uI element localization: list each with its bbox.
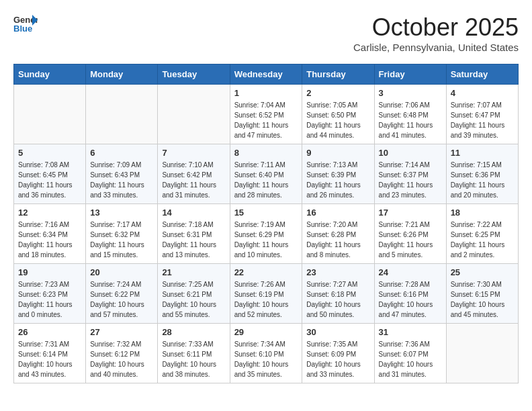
day-number: 31 [379,327,442,337]
calendar-week-5: 26Sunrise: 7:31 AM Sunset: 6:14 PM Dayli… [14,324,519,383]
day-info: Sunrise: 7:19 AM Sunset: 6:29 PM Dayligh… [234,220,298,260]
calendar-cell [158,85,230,144]
day-info: Sunrise: 7:20 AM Sunset: 6:28 PM Dayligh… [306,220,369,260]
day-number: 4 [451,88,514,98]
calendar-cell: 3Sunrise: 7:06 AM Sunset: 6:48 PM Daylig… [374,85,446,144]
day-number: 3 [379,88,442,98]
calendar-cell: 5Sunrise: 7:08 AM Sunset: 6:45 PM Daylig… [14,144,86,204]
weekday-header-tuesday: Tuesday [158,64,230,85]
page-header: General Blue October 2025 Carlisle, Penn… [13,13,519,53]
day-info: Sunrise: 7:28 AM Sunset: 6:16 PM Dayligh… [379,279,442,320]
calendar-cell: 6Sunrise: 7:09 AM Sunset: 6:43 PM Daylig… [86,144,158,204]
calendar-cell: 21Sunrise: 7:25 AM Sunset: 6:21 PM Dayli… [158,264,230,324]
day-info: Sunrise: 7:05 AM Sunset: 6:50 PM Dayligh… [306,100,369,140]
calendar-cell: 13Sunrise: 7:17 AM Sunset: 6:32 PM Dayli… [86,204,158,264]
day-info: Sunrise: 7:23 AM Sunset: 6:23 PM Dayligh… [18,279,81,320]
calendar-cell: 23Sunrise: 7:27 AM Sunset: 6:18 PM Dayli… [302,264,374,324]
day-info: Sunrise: 7:32 AM Sunset: 6:12 PM Dayligh… [90,339,153,379]
calendar-table: SundayMondayTuesdayWednesdayThursdayFrid… [13,64,519,383]
location-title: Carlisle, Pennsylvania, United States [353,42,519,53]
day-number: 24 [379,267,442,277]
day-info: Sunrise: 7:26 AM Sunset: 6:19 PM Dayligh… [234,279,298,320]
title-area: October 2025 Carlisle, Pennsylvania, Uni… [353,13,519,53]
calendar-cell: 2Sunrise: 7:05 AM Sunset: 6:50 PM Daylig… [302,85,374,144]
calendar-cell: 11Sunrise: 7:15 AM Sunset: 6:36 PM Dayli… [446,144,518,204]
day-info: Sunrise: 7:14 AM Sunset: 6:37 PM Dayligh… [379,160,442,200]
day-number: 21 [162,267,225,277]
weekday-header-thursday: Thursday [302,64,374,85]
calendar-cell: 4Sunrise: 7:07 AM Sunset: 6:47 PM Daylig… [446,85,518,144]
day-info: Sunrise: 7:15 AM Sunset: 6:36 PM Dayligh… [451,160,514,200]
calendar-cell: 14Sunrise: 7:18 AM Sunset: 6:31 PM Dayli… [158,204,230,264]
day-number: 16 [306,208,369,218]
day-info: Sunrise: 7:27 AM Sunset: 6:18 PM Dayligh… [306,279,369,320]
calendar-cell: 26Sunrise: 7:31 AM Sunset: 6:14 PM Dayli… [14,324,86,383]
calendar-cell: 10Sunrise: 7:14 AM Sunset: 6:37 PM Dayli… [374,144,446,204]
day-number: 29 [234,327,298,337]
day-number: 28 [162,327,225,337]
calendar-cell: 18Sunrise: 7:22 AM Sunset: 6:25 PM Dayli… [446,204,518,264]
day-info: Sunrise: 7:30 AM Sunset: 6:15 PM Dayligh… [451,279,514,320]
day-number: 2 [306,88,369,98]
weekday-header-friday: Friday [374,64,446,85]
calendar-cell: 12Sunrise: 7:16 AM Sunset: 6:34 PM Dayli… [14,204,86,264]
day-info: Sunrise: 7:25 AM Sunset: 6:21 PM Dayligh… [162,279,225,320]
calendar-cell: 24Sunrise: 7:28 AM Sunset: 6:16 PM Dayli… [374,264,446,324]
day-info: Sunrise: 7:13 AM Sunset: 6:39 PM Dayligh… [306,160,369,200]
svg-text:Blue: Blue [13,24,32,34]
calendar-cell: 31Sunrise: 7:36 AM Sunset: 6:07 PM Dayli… [374,324,446,383]
calendar-cell: 17Sunrise: 7:21 AM Sunset: 6:26 PM Dayli… [374,204,446,264]
day-info: Sunrise: 7:11 AM Sunset: 6:40 PM Dayligh… [234,160,298,200]
day-info: Sunrise: 7:35 AM Sunset: 6:09 PM Dayligh… [306,339,369,379]
calendar-cell: 9Sunrise: 7:13 AM Sunset: 6:39 PM Daylig… [302,144,374,204]
day-info: Sunrise: 7:08 AM Sunset: 6:45 PM Dayligh… [18,160,81,200]
month-title: October 2025 [353,13,519,42]
calendar-cell: 27Sunrise: 7:32 AM Sunset: 6:12 PM Dayli… [86,324,158,383]
calendar-cell: 30Sunrise: 7:35 AM Sunset: 6:09 PM Dayli… [302,324,374,383]
day-number: 20 [90,267,153,277]
day-info: Sunrise: 7:06 AM Sunset: 6:48 PM Dayligh… [379,100,442,140]
calendar-cell: 16Sunrise: 7:20 AM Sunset: 6:28 PM Dayli… [302,204,374,264]
day-number: 26 [18,327,81,337]
weekday-header-wednesday: Wednesday [230,64,302,85]
calendar-cell [86,85,158,144]
calendar-cell [14,85,86,144]
calendar-cell: 28Sunrise: 7:33 AM Sunset: 6:11 PM Dayli… [158,324,230,383]
day-number: 13 [90,208,153,218]
calendar-cell: 29Sunrise: 7:34 AM Sunset: 6:10 PM Dayli… [230,324,302,383]
calendar-cell: 1Sunrise: 7:04 AM Sunset: 6:52 PM Daylig… [230,85,302,144]
calendar-week-4: 19Sunrise: 7:23 AM Sunset: 6:23 PM Dayli… [14,264,519,324]
calendar-cell: 19Sunrise: 7:23 AM Sunset: 6:23 PM Dayli… [14,264,86,324]
day-info: Sunrise: 7:07 AM Sunset: 6:47 PM Dayligh… [451,100,514,140]
day-number: 17 [379,208,442,218]
day-info: Sunrise: 7:09 AM Sunset: 6:43 PM Dayligh… [90,160,153,200]
calendar-week-1: 1Sunrise: 7:04 AM Sunset: 6:52 PM Daylig… [14,85,519,144]
calendar-cell: 15Sunrise: 7:19 AM Sunset: 6:29 PM Dayli… [230,204,302,264]
day-number: 11 [451,148,514,158]
day-info: Sunrise: 7:04 AM Sunset: 6:52 PM Dayligh… [234,100,298,140]
logo-icon: General Blue [13,13,38,34]
day-info: Sunrise: 7:18 AM Sunset: 6:31 PM Dayligh… [162,220,225,260]
calendar-cell: 25Sunrise: 7:30 AM Sunset: 6:15 PM Dayli… [446,264,518,324]
logo: General Blue [13,13,38,34]
weekday-header-sunday: Sunday [14,64,86,85]
day-number: 18 [451,208,514,218]
calendar-cell: 7Sunrise: 7:10 AM Sunset: 6:42 PM Daylig… [158,144,230,204]
day-number: 30 [306,327,369,337]
day-number: 8 [234,148,298,158]
day-number: 19 [18,267,81,277]
calendar-cell: 8Sunrise: 7:11 AM Sunset: 6:40 PM Daylig… [230,144,302,204]
day-info: Sunrise: 7:16 AM Sunset: 6:34 PM Dayligh… [18,220,81,260]
day-number: 22 [234,267,298,277]
calendar-cell: 22Sunrise: 7:26 AM Sunset: 6:19 PM Dayli… [230,264,302,324]
day-info: Sunrise: 7:36 AM Sunset: 6:07 PM Dayligh… [379,339,442,379]
day-info: Sunrise: 7:24 AM Sunset: 6:22 PM Dayligh… [90,279,153,320]
day-number: 25 [451,267,514,277]
day-info: Sunrise: 7:33 AM Sunset: 6:11 PM Dayligh… [162,339,225,379]
day-number: 9 [306,148,369,158]
calendar-week-2: 5Sunrise: 7:08 AM Sunset: 6:45 PM Daylig… [14,144,519,204]
day-info: Sunrise: 7:22 AM Sunset: 6:25 PM Dayligh… [451,220,514,260]
day-info: Sunrise: 7:17 AM Sunset: 6:32 PM Dayligh… [90,220,153,260]
day-info: Sunrise: 7:31 AM Sunset: 6:14 PM Dayligh… [18,339,81,379]
weekday-header-monday: Monday [86,64,158,85]
